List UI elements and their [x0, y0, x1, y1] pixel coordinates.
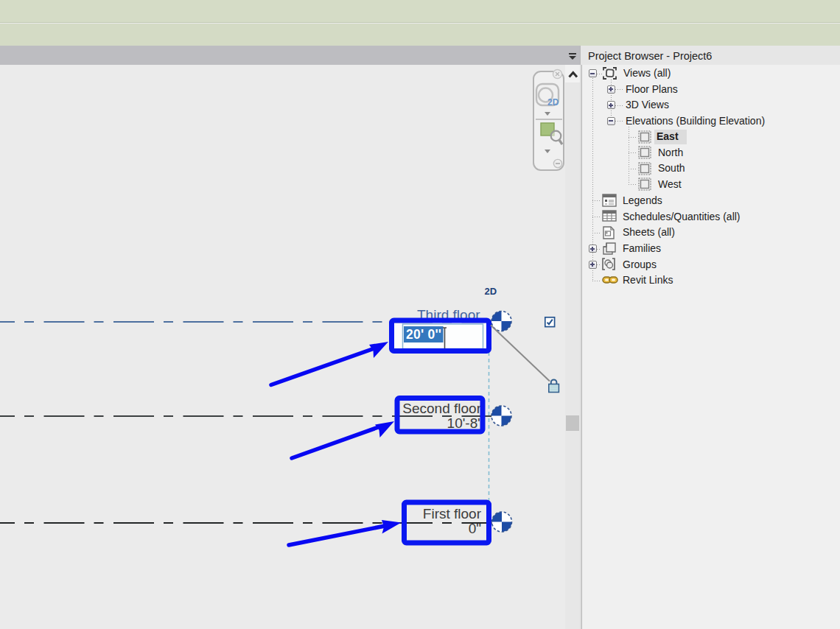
svg-text:10'-8": 10'-8" — [447, 415, 483, 431]
svg-text:20' 0'': 20' 0'' — [406, 327, 441, 342]
svg-text:0": 0" — [469, 521, 481, 536]
svg-text:Second floor: Second floor — [402, 401, 481, 416]
svg-text:First floor: First floor — [423, 506, 482, 521]
svg-text:2D: 2D — [485, 286, 497, 297]
